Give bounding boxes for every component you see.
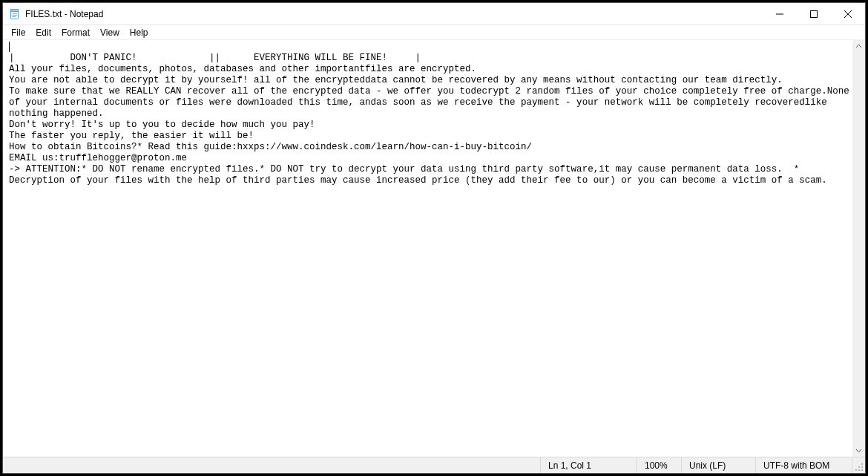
- svg-point-14: [855, 469, 857, 471]
- status-line-ending: Unix (LF): [681, 457, 755, 473]
- menu-help[interactable]: Help: [125, 25, 154, 40]
- svg-rect-6: [811, 10, 818, 17]
- close-button[interactable]: [831, 3, 865, 25]
- window-title: FILES.txt - Notepad: [25, 9, 103, 19]
- scroll-down-arrow-icon[interactable]: [852, 444, 865, 457]
- maximize-button[interactable]: [797, 3, 831, 25]
- text-caret: [9, 42, 10, 52]
- menu-view[interactable]: View: [95, 25, 125, 40]
- menu-edit[interactable]: Edit: [30, 25, 56, 40]
- vertical-scrollbar[interactable]: [852, 40, 865, 457]
- scroll-up-arrow-icon[interactable]: [852, 40, 865, 53]
- svg-point-13: [858, 469, 860, 471]
- menu-format[interactable]: Format: [56, 25, 95, 40]
- document-text: | DON'T PANIC! || EVERYTHING WILL BE FIN…: [9, 53, 852, 186]
- notepad-icon: [9, 8, 21, 20]
- menubar: File Edit Format View Help: [3, 25, 865, 40]
- status-position: Ln 1, Col 1: [540, 457, 637, 473]
- status-zoom: 100%: [637, 457, 681, 473]
- notepad-window: FILES.txt - Notepad File Edit Format Vie…: [2, 2, 866, 474]
- minimize-button[interactable]: [763, 3, 797, 25]
- resize-grip-icon[interactable]: [852, 457, 865, 473]
- statusbar: Ln 1, Col 1 100% Unix (LF) UTF-8 with BO…: [3, 457, 865, 473]
- svg-point-10: [861, 466, 863, 468]
- titlebar[interactable]: FILES.txt - Notepad: [3, 3, 865, 25]
- svg-point-9: [861, 463, 863, 465]
- svg-point-11: [858, 466, 860, 468]
- svg-point-12: [861, 469, 863, 471]
- menu-file[interactable]: File: [6, 25, 30, 40]
- status-encoding: UTF-8 with BOM: [755, 457, 852, 473]
- svg-rect-1: [11, 9, 19, 11]
- text-area[interactable]: | DON'T PANIC! || EVERYTHING WILL BE FIN…: [3, 40, 852, 457]
